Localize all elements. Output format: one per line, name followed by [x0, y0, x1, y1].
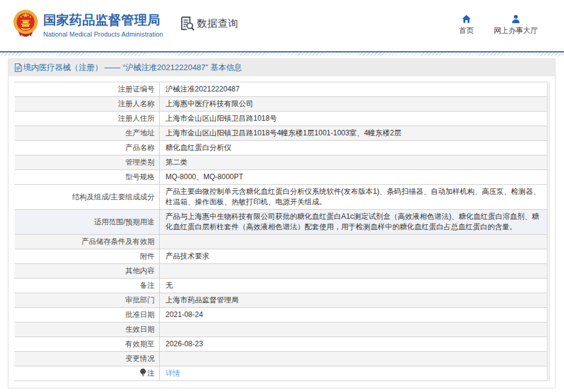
hatch-stripe-band	[0, 52, 564, 55]
row-value: 上海惠中医疗科技有限公司	[159, 97, 548, 112]
table-row: 审批部门上海市药品监督管理局	[15, 293, 548, 308]
table-row: 备注无	[15, 279, 548, 293]
table-row: 注详情	[15, 366, 548, 381]
brand-block: 国家药品监督管理局 National Medical Products Admi…	[43, 12, 163, 38]
table-row: 注册人住所上海市金山区山阳镇卫昌路1018号	[15, 112, 548, 126]
agency-name-en: National Medical Products Administration	[43, 30, 163, 38]
table-row: 管理类别第二类	[15, 155, 548, 170]
row-label: 生产地址	[15, 126, 159, 141]
row-value: 无	[159, 279, 548, 293]
row-value: 上海市金山区山阳镇卫昌路1018号4幢东楼1层1001-1003室、4幢东楼2层	[159, 126, 548, 141]
nav-home[interactable]: 首页	[459, 15, 474, 36]
row-label: 批准日期	[15, 308, 159, 323]
row-label: 注册人名称	[15, 97, 159, 112]
row-value: 产品与上海惠中生物科技有限公司获批的糖化血红蛋白A1c测定试剂盒（高效液相色谱法…	[159, 210, 548, 235]
site-header: 国家药品监督管理局 National Medical Products Admi…	[0, 0, 564, 51]
row-label: 注册人住所	[15, 112, 159, 126]
data-query-label: 数据查询	[197, 17, 238, 30]
row-label: 附件	[15, 249, 159, 264]
table-row: 其他内容	[15, 264, 548, 279]
nav-service-hall[interactable]: 网上办事大厅	[494, 15, 538, 36]
table-row: 变更情况	[15, 352, 548, 366]
table-row: 产品名称糖化血红蛋白分析仪	[15, 141, 548, 155]
table-row: 适用范围/预期用途产品与上海惠中生物科技有限公司获批的糖化血红蛋白A1c测定试剂…	[15, 210, 548, 235]
table-wrapper: 注册证编号沪械注准20212220487注册人名称上海惠中医疗科技有限公司注册人…	[15, 82, 549, 381]
table-row: 有效期至2026-08-23	[15, 337, 548, 352]
document-search-icon	[179, 15, 195, 32]
row-value: 产品技术要求	[159, 249, 548, 264]
row-value: 上海市金山区山阳镇卫昌路1018号	[159, 112, 548, 126]
row-value: MQ-8000、MQ-8000PT	[159, 170, 548, 185]
row-label: 其他内容	[15, 264, 159, 279]
home-icon	[462, 15, 471, 23]
row-value	[159, 235, 548, 249]
row-label: 产品名称	[15, 141, 159, 155]
row-label: 管理类别	[15, 155, 159, 170]
row-value	[159, 323, 548, 337]
user-icon	[511, 15, 521, 23]
nav-service-hall-label: 网上办事大厅	[494, 26, 538, 36]
row-label: 变更情况	[15, 352, 159, 366]
row-value: 产品主要由微控制单元含糖化血红蛋白分析仪系统软件(发布版本1)、条码扫描器、自动…	[159, 185, 548, 210]
row-value	[159, 264, 548, 279]
breadcrumb-text: 境内医疗器械（注册） —— “沪械注准20212220487” 基本信息	[23, 62, 242, 73]
content-panel: 境内医疗器械（注册） —— “沪械注准20212220487” 基本信息 注册证…	[8, 59, 555, 388]
table-row: 结构及组成/主要组成成分产品主要由微控制单元含糖化血红蛋白分析仪系统软件(发布版…	[15, 185, 548, 210]
row-value	[159, 352, 548, 366]
row-label: 产品储存条件及有效期	[15, 235, 159, 249]
row-value: 沪械注准20212220487	[159, 82, 548, 97]
table-row: 注册人名称上海惠中医疗科技有限公司	[15, 97, 548, 112]
row-label: 结构及组成/主要组成成分	[15, 185, 159, 210]
bulb-icon	[140, 368, 146, 377]
nav-home-label: 首页	[459, 26, 474, 36]
registration-info-table: 注册证编号沪械注准20212220487注册人名称上海惠中医疗科技有限公司注册人…	[15, 82, 548, 381]
agency-name-cn: 国家药品监督管理局	[43, 12, 163, 29]
row-label: 生效日期	[15, 323, 159, 337]
row-label: 型号规格	[15, 170, 159, 185]
document-icon	[15, 63, 22, 72]
table-row: 产品储存条件及有效期	[15, 235, 548, 249]
row-value: 2021-08-24	[159, 308, 548, 323]
row-label: 注	[15, 366, 159, 381]
detail-link[interactable]: 详情	[166, 369, 180, 377]
breadcrumb-bar: 境内医疗器械（注册） —— “沪械注准20212220487” 基本信息	[9, 59, 555, 76]
row-value: 第二类	[159, 155, 548, 170]
data-query-section: 数据查询	[179, 15, 238, 32]
row-value: 详情	[159, 366, 548, 381]
table-row: 附件产品技术要求	[15, 249, 548, 264]
row-value: 糖化血红蛋白分析仪	[159, 141, 548, 155]
top-navigation: 首页 网上办事大厅	[459, 15, 538, 36]
table-row: 生效日期	[15, 323, 548, 337]
row-label: 有效期至	[15, 337, 159, 352]
row-label: 适用范围/预期用途	[15, 210, 159, 235]
table-row: 生产地址上海市金山区山阳镇卫昌路1018号4幢东楼1层1001-1003室、4幢…	[15, 126, 548, 141]
table-row: 批准日期2021-08-24	[15, 308, 548, 323]
row-value: 2026-08-23	[159, 337, 548, 352]
row-label: 审批部门	[15, 293, 159, 308]
row-label: 备注	[15, 279, 159, 293]
row-label: 注册证编号	[15, 82, 159, 97]
table-row: 注册证编号沪械注准20212220487	[15, 82, 548, 97]
row-value: 上海市药品监督管理局	[159, 293, 548, 308]
table-row: 型号规格MQ-8000、MQ-8000PT	[15, 170, 548, 185]
national-emblem-logo	[13, 10, 38, 37]
